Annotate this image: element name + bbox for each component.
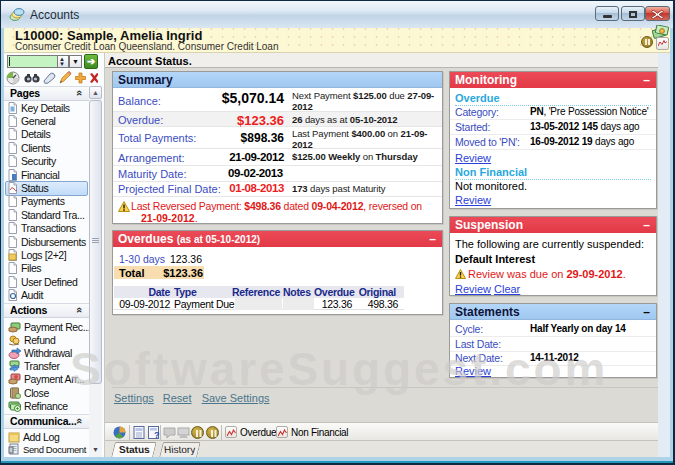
svg-text:?: ? [154,430,160,439]
